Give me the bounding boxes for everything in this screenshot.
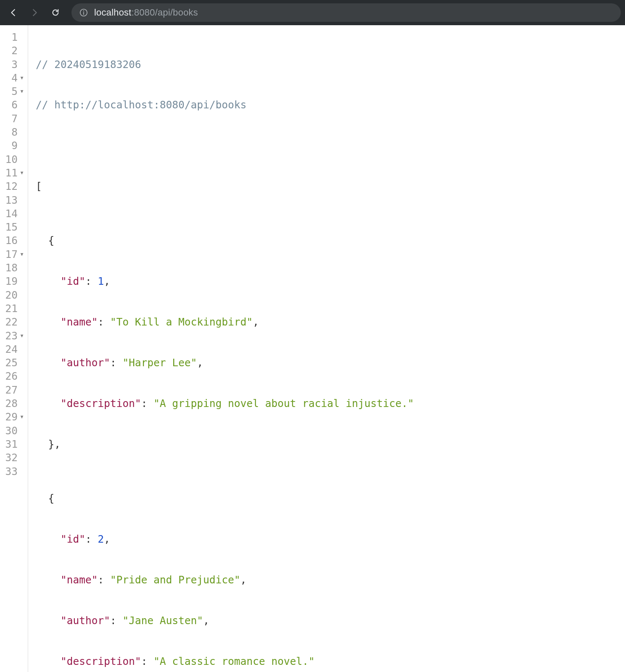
line-number: 10 (5, 153, 18, 166)
line-number: 4 (5, 71, 18, 85)
gutter-line: 33▼ (0, 465, 28, 478)
line-number: 12 (5, 180, 18, 193)
url-text: localhost:8080/api/books (94, 7, 198, 18)
url-path: :8080/api/books (132, 7, 198, 18)
back-button[interactable] (4, 3, 23, 22)
fold-toggle-icon[interactable]: ▼ (19, 85, 24, 98)
gutter-line: 8▼ (0, 126, 28, 139)
gutter-line: 22▼ (0, 315, 28, 329)
gutter-line: 16▼ (0, 234, 28, 247)
line-number: 27 (5, 383, 18, 397)
line-number: 24 (5, 343, 18, 356)
line-number: 33 (5, 465, 18, 478)
fold-toggle-icon[interactable]: ▼ (19, 166, 24, 180)
reload-button[interactable] (46, 3, 65, 22)
line-number: 7 (5, 112, 18, 126)
fold-toggle-icon[interactable]: ▼ (19, 329, 24, 343)
gutter-line: 21▼ (0, 302, 28, 315)
line-number: 20 (5, 289, 18, 302)
line-number: 31 (5, 438, 18, 451)
line-number: 26 (5, 370, 18, 383)
gutter-line: 11▼ (0, 166, 28, 180)
gutter-line: 5▼ (0, 85, 28, 98)
line-number: 30 (5, 424, 18, 438)
line-number: 29 (5, 410, 18, 424)
line-number: 6 (5, 98, 18, 112)
gutter-line: 31▼ (0, 438, 28, 451)
line-number: 28 (5, 397, 18, 410)
gutter-line: 17▼ (0, 248, 28, 261)
json-prop: "author": "Jane Austen", (36, 614, 451, 627)
gutter-line: 13▼ (0, 194, 28, 207)
gutter-line: 19▼ (0, 275, 28, 288)
gutter-line: 15▼ (0, 220, 28, 234)
line-number: 15 (5, 220, 18, 234)
line-number: 21 (5, 302, 18, 315)
gutter-line: 28▼ (0, 397, 28, 410)
line-number: 5 (5, 85, 18, 98)
fold-toggle-icon[interactable]: ▼ (19, 248, 24, 261)
json-prop: "description": "A classic romance novel.… (36, 655, 451, 668)
line-number: 23 (5, 329, 18, 343)
svg-point-2 (83, 10, 84, 11)
gutter-line: 9▼ (0, 139, 28, 152)
line-number: 13 (5, 194, 18, 207)
blank-line (36, 139, 451, 152)
fold-toggle-icon[interactable]: ▼ (19, 410, 24, 424)
forward-button[interactable] (25, 3, 44, 22)
line-number: 25 (5, 356, 18, 370)
gutter-line: 12▼ (0, 180, 28, 193)
site-info-icon[interactable] (79, 8, 88, 17)
json-prop: "name": "Pride and Prejudice", (36, 573, 451, 587)
arrow-left-icon (9, 8, 18, 17)
array-open: [ (36, 180, 451, 193)
json-prop: "name": "To Kill a Mockingbird", (36, 315, 451, 329)
comment-line: // 20240519183206 (36, 58, 451, 71)
line-number: 8 (5, 126, 18, 139)
json-prop: "author": "Harper Lee", (36, 356, 451, 370)
gutter-line: 14▼ (0, 207, 28, 220)
gutter-line: 24▼ (0, 343, 28, 356)
gutter-line: 32▼ (0, 451, 28, 465)
gutter-line: 18▼ (0, 261, 28, 275)
gutter-line: 20▼ (0, 289, 28, 302)
gutter-line: 25▼ (0, 356, 28, 370)
reload-icon (51, 8, 60, 17)
json-prop: "id": 1, (36, 275, 451, 288)
line-number: 17 (5, 248, 18, 261)
comment-line: // http://localhost:8080/api/books (36, 98, 451, 112)
gutter-line: 3▼ (0, 58, 28, 71)
browser-toolbar: localhost:8080/api/books (0, 0, 625, 25)
object-open: { (36, 234, 451, 247)
gutter-line: 6▼ (0, 98, 28, 112)
gutter-line: 1▼ (0, 31, 28, 44)
line-gutter: 1▼2▼3▼4▼5▼6▼7▼8▼9▼10▼11▼12▼13▼14▼15▼16▼1… (0, 25, 28, 672)
gutter-line: 23▼ (0, 329, 28, 343)
code-content: // 20240519183206 // http://localhost:80… (28, 25, 451, 672)
gutter-line: 26▼ (0, 370, 28, 383)
line-number: 32 (5, 451, 18, 465)
object-close: }, (36, 438, 451, 451)
gutter-line: 2▼ (0, 44, 28, 58)
url-host: localhost (94, 7, 132, 18)
gutter-line: 30▼ (0, 424, 28, 438)
fold-toggle-icon[interactable]: ▼ (19, 71, 24, 85)
json-prop: "description": "A gripping novel about r… (36, 397, 451, 410)
line-number: 1 (5, 31, 18, 44)
object-open: { (36, 492, 451, 505)
arrow-right-icon (30, 8, 39, 17)
line-number: 22 (5, 315, 18, 329)
line-number: 9 (5, 139, 18, 152)
line-number: 16 (5, 234, 18, 247)
gutter-line: 7▼ (0, 112, 28, 126)
gutter-line: 10▼ (0, 153, 28, 166)
json-prop: "id": 2, (36, 533, 451, 546)
line-number: 19 (5, 275, 18, 288)
json-viewer: 1▼2▼3▼4▼5▼6▼7▼8▼9▼10▼11▼12▼13▼14▼15▼16▼1… (0, 25, 625, 672)
line-number: 11 (5, 166, 18, 180)
address-bar[interactable]: localhost:8080/api/books (71, 3, 621, 22)
gutter-line: 27▼ (0, 383, 28, 397)
gutter-line: 4▼ (0, 71, 28, 85)
line-number: 3 (5, 58, 18, 71)
line-number: 2 (5, 44, 18, 58)
